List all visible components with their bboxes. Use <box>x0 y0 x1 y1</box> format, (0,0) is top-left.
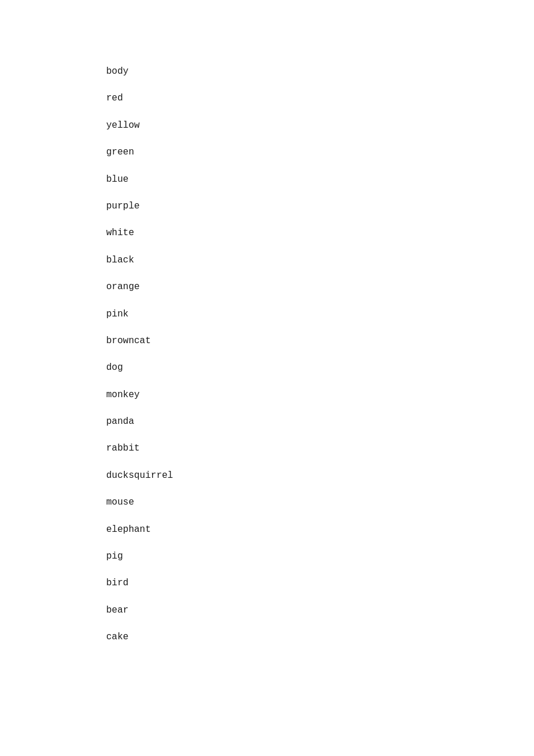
list-item: panda <box>106 408 534 435</box>
list-item: pink <box>106 301 534 327</box>
word-list: bodyredyellowgreenbluepurplewhiteblackor… <box>0 0 534 709</box>
list-item-label: monkey <box>106 390 140 400</box>
list-item: yellow <box>106 112 534 139</box>
list-item-label: blue <box>106 174 128 185</box>
list-item: rabbit <box>106 435 534 462</box>
list-item-label: purple <box>106 201 140 211</box>
list-item-label: bear <box>106 605 128 615</box>
list-item-label: green <box>106 147 134 157</box>
list-item: monkey <box>106 381 534 408</box>
list-item-label: elephant <box>106 524 151 535</box>
list-item: orange <box>106 273 534 300</box>
list-item: body <box>106 58 534 85</box>
list-item-label: pig <box>106 551 123 561</box>
list-item-label: cake <box>106 632 128 642</box>
list-item: pig <box>106 543 534 570</box>
list-item: green <box>106 139 534 165</box>
list-item-label: white <box>106 228 134 238</box>
list-item-label: mouse <box>106 497 134 507</box>
list-item-label: orange <box>106 282 140 292</box>
list-item-label: dog <box>106 362 123 373</box>
list-item: elephant <box>106 516 534 543</box>
list-item-label: black <box>106 255 134 265</box>
list-item: cake <box>106 624 534 650</box>
list-item-label: rabbit <box>106 443 140 453</box>
list-item-label: browncat <box>106 336 151 346</box>
list-item: red <box>106 85 534 111</box>
list-item-label: pink <box>106 309 128 319</box>
list-item-label: body <box>106 66 128 77</box>
list-item-label: bird <box>106 578 128 588</box>
list-item: white <box>106 219 534 246</box>
list-item: purple <box>106 193 534 219</box>
list-item: browncat <box>106 327 534 354</box>
list-item: dog <box>106 354 534 381</box>
list-item: black <box>106 247 534 273</box>
list-item-label: ducksquirrel <box>106 470 173 481</box>
list-item: ducksquirrel <box>106 462 534 489</box>
list-item-label: yellow <box>106 120 140 131</box>
list-item: bird <box>106 570 534 596</box>
list-item: blue <box>106 166 534 193</box>
list-item: mouse <box>106 489 534 516</box>
list-item-label: red <box>106 93 123 103</box>
list-item-label: panda <box>106 416 134 427</box>
list-item: bear <box>106 597 534 624</box>
